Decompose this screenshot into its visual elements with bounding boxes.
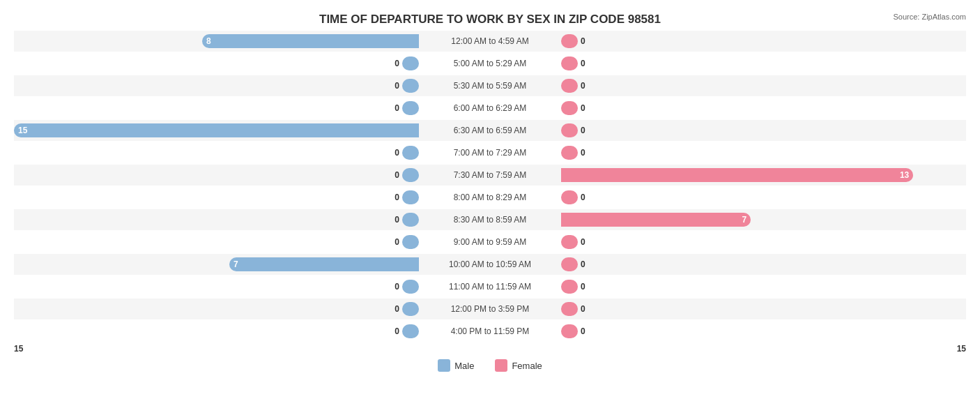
- male-bar-container: 0: [14, 213, 420, 227]
- female-bar-container: 7: [560, 213, 966, 227]
- time-label: 12:00 AM to 4:59 AM: [420, 36, 560, 46]
- male-bar-container: 0: [14, 235, 420, 249]
- female-bar: [561, 79, 578, 93]
- female-bar: [561, 101, 578, 115]
- male-value-label: 0: [395, 59, 399, 68]
- female-bar-container: 13: [560, 168, 966, 182]
- table-row: 812:00 AM to 4:59 AM0: [14, 31, 966, 52]
- male-bar: [402, 324, 419, 338]
- male-bar: [402, 79, 419, 93]
- female-bar: 13: [561, 168, 913, 182]
- male-value-label: 7: [233, 259, 238, 269]
- table-row: 08:00 AM to 8:29 AM0: [14, 187, 966, 208]
- female-bar-container: 0: [560, 280, 966, 294]
- time-label: 5:30 AM to 5:59 AM: [420, 81, 560, 91]
- male-value-label: 0: [395, 193, 399, 202]
- female-bar: [561, 235, 578, 249]
- time-label: 6:00 AM to 6:29 AM: [420, 103, 560, 113]
- male-value-label: 0: [395, 215, 399, 225]
- male-bar: [402, 101, 419, 115]
- table-row: 07:00 AM to 7:29 AM0: [14, 142, 966, 163]
- female-value-label: 0: [581, 103, 585, 113]
- male-bar-container: 8: [14, 34, 420, 48]
- female-bar-container: 0: [560, 257, 966, 271]
- axis-right: 15: [957, 344, 966, 354]
- male-bar-container: 0: [14, 56, 420, 70]
- female-bar-container: 0: [560, 56, 966, 70]
- female-value-label: 7: [742, 215, 747, 225]
- chart-container: TIME OF DEPARTURE TO WORK BY SEX IN ZIP …: [0, 0, 980, 415]
- male-bar: [402, 213, 419, 227]
- time-label: 8:00 AM to 8:29 AM: [420, 193, 560, 202]
- legend: Male Female: [14, 359, 966, 372]
- male-bar-container: 0: [14, 190, 420, 204]
- table-row: 07:30 AM to 7:59 AM13: [14, 165, 966, 186]
- female-bar: [561, 34, 578, 48]
- female-bar-container: 0: [560, 235, 966, 249]
- female-bar: [561, 146, 578, 160]
- female-bar-container: 0: [560, 123, 966, 137]
- female-bar-container: 0: [560, 190, 966, 204]
- table-row: 05:00 AM to 5:29 AM0: [14, 53, 966, 74]
- male-value-label: 15: [18, 126, 27, 135]
- male-bar-container: 0: [14, 324, 420, 338]
- female-bar: [561, 324, 578, 338]
- male-bar-container: 0: [14, 79, 420, 93]
- male-bar-container: 15: [14, 123, 420, 137]
- female-value-label: 0: [581, 326, 585, 336]
- female-bar: [561, 257, 578, 271]
- female-bar-container: 0: [560, 79, 966, 93]
- male-value-label: 8: [206, 36, 211, 46]
- time-label: 11:00 AM to 11:59 AM: [420, 282, 560, 292]
- male-bar: [402, 190, 419, 204]
- male-bar-container: 0: [14, 302, 420, 316]
- male-value-label: 0: [395, 304, 399, 314]
- table-row: 06:00 AM to 6:29 AM0: [14, 98, 966, 119]
- time-label: 9:00 AM to 9:59 AM: [420, 237, 560, 247]
- male-value-label: 0: [395, 170, 399, 180]
- female-bar: [561, 280, 578, 294]
- time-label: 8:30 AM to 8:59 AM: [420, 215, 560, 225]
- male-bar: 7: [229, 257, 419, 271]
- source-text: Source: ZipAtlas.com: [893, 13, 966, 21]
- chart-title: TIME OF DEPARTURE TO WORK BY SEX IN ZIP …: [14, 13, 966, 27]
- male-bar-container: 0: [14, 146, 420, 160]
- female-value-label: 0: [581, 81, 585, 91]
- male-bar: [402, 235, 419, 249]
- time-label: 6:30 AM to 6:59 AM: [420, 126, 560, 135]
- table-row: 08:30 AM to 8:59 AM7: [14, 209, 966, 230]
- male-value-label: 0: [395, 148, 399, 158]
- female-bar: [561, 302, 578, 316]
- male-value-label: 0: [395, 237, 399, 247]
- female-value-label: 0: [581, 304, 585, 314]
- male-value-label: 0: [395, 81, 399, 91]
- female-bar-container: 0: [560, 324, 966, 338]
- axis-labels: 15 15: [14, 342, 966, 355]
- male-bar-container: 0: [14, 280, 420, 294]
- female-bar-container: 0: [560, 34, 966, 48]
- male-value-label: 0: [395, 282, 399, 292]
- male-value-label: 0: [395, 103, 399, 113]
- male-value-label: 0: [395, 326, 399, 336]
- female-value-label: 0: [581, 193, 585, 202]
- table-row: 710:00 AM to 10:59 AM0: [14, 254, 966, 275]
- male-bar: [402, 302, 419, 316]
- table-row: 05:30 AM to 5:59 AM0: [14, 75, 966, 96]
- time-label: 12:00 PM to 3:59 PM: [420, 304, 560, 314]
- table-row: 156:30 AM to 6:59 AM0: [14, 120, 966, 141]
- female-bar: 7: [561, 213, 751, 227]
- male-bar: [402, 56, 419, 70]
- female-bar: [561, 190, 578, 204]
- male-bar-container: 0: [14, 101, 420, 115]
- legend-female: Female: [495, 359, 542, 372]
- time-label: 5:00 AM to 5:29 AM: [420, 59, 560, 68]
- male-bar: [402, 280, 419, 294]
- chart-area: 812:00 AM to 4:59 AM005:00 AM to 5:29 AM…: [14, 31, 966, 363]
- male-bar: 15: [14, 123, 419, 137]
- male-bar: [402, 146, 419, 160]
- female-bar: [561, 123, 578, 137]
- female-value-label: 0: [581, 36, 585, 46]
- female-value-label: 0: [581, 259, 585, 269]
- time-label: 7:00 AM to 7:29 AM: [420, 148, 560, 158]
- female-value-label: 0: [581, 126, 585, 135]
